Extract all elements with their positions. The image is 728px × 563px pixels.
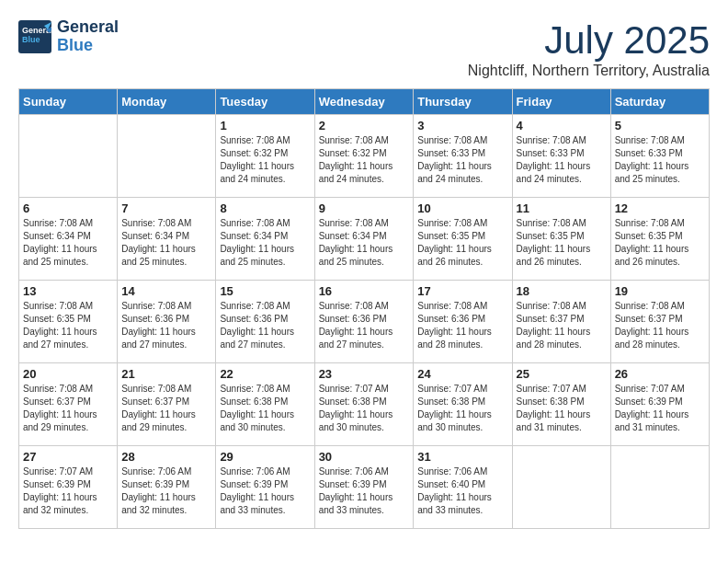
day-number: 17 bbox=[417, 284, 507, 298]
calendar-cell: 13Sunrise: 7:08 AM Sunset: 6:35 PM Dayli… bbox=[19, 281, 118, 363]
day-info: Sunrise: 7:08 AM Sunset: 6:33 PM Dayligh… bbox=[615, 134, 705, 186]
calendar-cell bbox=[512, 446, 610, 529]
day-info: Sunrise: 7:08 AM Sunset: 6:37 PM Dayligh… bbox=[615, 300, 705, 351]
weekday-header-thursday: Thursday bbox=[414, 89, 512, 115]
day-number: 18 bbox=[517, 284, 607, 298]
day-number: 16 bbox=[319, 284, 410, 298]
svg-text:Blue: Blue bbox=[22, 35, 40, 44]
day-info: Sunrise: 7:07 AM Sunset: 6:38 PM Dayligh… bbox=[417, 383, 507, 434]
calendar-cell: 4Sunrise: 7:08 AM Sunset: 6:33 PM Daylig… bbox=[512, 115, 610, 198]
calendar-cell: 31Sunrise: 7:06 AM Sunset: 6:40 PM Dayli… bbox=[414, 446, 512, 529]
day-info: Sunrise: 7:08 AM Sunset: 6:35 PM Dayligh… bbox=[615, 217, 705, 269]
calendar-cell: 30Sunrise: 7:06 AM Sunset: 6:39 PM Dayli… bbox=[314, 446, 414, 529]
day-number: 9 bbox=[319, 201, 410, 215]
weekday-header-friday: Friday bbox=[512, 89, 610, 115]
day-number: 19 bbox=[615, 284, 705, 298]
calendar-cell: 16Sunrise: 7:08 AM Sunset: 6:36 PM Dayli… bbox=[314, 281, 414, 363]
day-number: 28 bbox=[121, 450, 211, 464]
calendar-cell: 1Sunrise: 7:08 AM Sunset: 6:32 PM Daylig… bbox=[216, 115, 314, 198]
day-info: Sunrise: 7:08 AM Sunset: 6:37 PM Dayligh… bbox=[23, 383, 113, 434]
day-number: 29 bbox=[220, 450, 310, 464]
day-number: 15 bbox=[220, 284, 310, 298]
calendar-cell: 7Sunrise: 7:08 AM Sunset: 6:34 PM Daylig… bbox=[118, 198, 216, 281]
day-info: Sunrise: 7:08 AM Sunset: 6:36 PM Dayligh… bbox=[220, 300, 310, 351]
day-number: 5 bbox=[615, 119, 705, 132]
day-info: Sunrise: 7:08 AM Sunset: 6:32 PM Dayligh… bbox=[220, 134, 310, 186]
day-number: 20 bbox=[23, 367, 113, 381]
calendar-cell: 3Sunrise: 7:08 AM Sunset: 6:33 PM Daylig… bbox=[414, 115, 512, 198]
day-info: Sunrise: 7:08 AM Sunset: 6:38 PM Dayligh… bbox=[220, 383, 310, 434]
day-info: Sunrise: 7:08 AM Sunset: 6:34 PM Dayligh… bbox=[220, 217, 310, 269]
weekday-header-sunday: Sunday bbox=[19, 89, 118, 115]
page-header: General Blue General Blue July 2025 Nigh… bbox=[18, 18, 710, 79]
calendar-cell: 21Sunrise: 7:08 AM Sunset: 6:37 PM Dayli… bbox=[118, 363, 216, 446]
day-info: Sunrise: 7:08 AM Sunset: 6:36 PM Dayligh… bbox=[417, 300, 507, 351]
calendar-cell: 19Sunrise: 7:08 AM Sunset: 6:37 PM Dayli… bbox=[610, 281, 709, 363]
calendar-cell: 10Sunrise: 7:08 AM Sunset: 6:35 PM Dayli… bbox=[414, 198, 512, 281]
weekday-header-wednesday: Wednesday bbox=[314, 89, 414, 115]
day-number: 24 bbox=[417, 367, 507, 381]
day-number: 4 bbox=[517, 119, 607, 132]
calendar-week-4: 20Sunrise: 7:08 AM Sunset: 6:37 PM Dayli… bbox=[19, 363, 710, 446]
day-info: Sunrise: 7:06 AM Sunset: 6:40 PM Dayligh… bbox=[417, 465, 507, 517]
day-info: Sunrise: 7:06 AM Sunset: 6:39 PM Dayligh… bbox=[319, 465, 410, 517]
calendar-cell: 12Sunrise: 7:08 AM Sunset: 6:35 PM Dayli… bbox=[610, 198, 709, 281]
day-number: 1 bbox=[220, 119, 310, 132]
weekday-header-monday: Monday bbox=[118, 89, 216, 115]
logo-line2: Blue bbox=[57, 37, 119, 55]
day-number: 22 bbox=[220, 367, 310, 381]
day-number: 13 bbox=[23, 284, 113, 298]
day-info: Sunrise: 7:08 AM Sunset: 6:33 PM Dayligh… bbox=[417, 134, 507, 186]
calendar-cell: 5Sunrise: 7:08 AM Sunset: 6:33 PM Daylig… bbox=[610, 115, 709, 198]
day-number: 31 bbox=[417, 450, 507, 464]
weekday-header-saturday: Saturday bbox=[610, 89, 709, 115]
calendar-cell: 26Sunrise: 7:07 AM Sunset: 6:39 PM Dayli… bbox=[610, 363, 709, 446]
day-info: Sunrise: 7:06 AM Sunset: 6:39 PM Dayligh… bbox=[220, 465, 310, 517]
day-number: 23 bbox=[319, 367, 410, 381]
calendar-cell: 9Sunrise: 7:08 AM Sunset: 6:34 PM Daylig… bbox=[314, 198, 414, 281]
day-number: 26 bbox=[615, 367, 705, 381]
calendar-cell: 17Sunrise: 7:08 AM Sunset: 6:36 PM Dayli… bbox=[414, 281, 512, 363]
day-number: 21 bbox=[121, 367, 211, 381]
calendar-cell: 15Sunrise: 7:08 AM Sunset: 6:36 PM Dayli… bbox=[216, 281, 314, 363]
calendar-cell bbox=[118, 115, 216, 198]
day-info: Sunrise: 7:08 AM Sunset: 6:33 PM Dayligh… bbox=[517, 134, 607, 186]
calendar-cell: 24Sunrise: 7:07 AM Sunset: 6:38 PM Dayli… bbox=[414, 363, 512, 446]
calendar-header-row: SundayMondayTuesdayWednesdayThursdayFrid… bbox=[19, 89, 710, 115]
day-info: Sunrise: 7:08 AM Sunset: 6:35 PM Dayligh… bbox=[517, 217, 607, 269]
day-number: 8 bbox=[220, 201, 310, 215]
day-number: 27 bbox=[23, 450, 113, 464]
day-info: Sunrise: 7:06 AM Sunset: 6:39 PM Dayligh… bbox=[121, 465, 211, 517]
logo-line1: General bbox=[57, 18, 119, 37]
day-info: Sunrise: 7:07 AM Sunset: 6:39 PM Dayligh… bbox=[23, 465, 113, 517]
day-number: 2 bbox=[319, 119, 410, 132]
calendar-table: SundayMondayTuesdayWednesdayThursdayFrid… bbox=[18, 88, 710, 529]
day-number: 14 bbox=[121, 284, 211, 298]
logo: General Blue General Blue bbox=[18, 18, 119, 55]
calendar-week-3: 13Sunrise: 7:08 AM Sunset: 6:35 PM Dayli… bbox=[19, 281, 710, 363]
calendar-cell: 11Sunrise: 7:08 AM Sunset: 6:35 PM Dayli… bbox=[512, 198, 610, 281]
calendar-cell: 18Sunrise: 7:08 AM Sunset: 6:37 PM Dayli… bbox=[512, 281, 610, 363]
calendar-cell: 23Sunrise: 7:07 AM Sunset: 6:38 PM Dayli… bbox=[314, 363, 414, 446]
calendar-cell: 27Sunrise: 7:07 AM Sunset: 6:39 PM Dayli… bbox=[19, 446, 118, 529]
calendar-week-1: 1Sunrise: 7:08 AM Sunset: 6:32 PM Daylig… bbox=[19, 115, 710, 198]
day-info: Sunrise: 7:08 AM Sunset: 6:35 PM Dayligh… bbox=[417, 217, 507, 269]
day-number: 25 bbox=[517, 367, 607, 381]
day-info: Sunrise: 7:08 AM Sunset: 6:34 PM Dayligh… bbox=[23, 217, 113, 269]
logo-icon: General Blue bbox=[18, 20, 51, 53]
day-info: Sunrise: 7:08 AM Sunset: 6:34 PM Dayligh… bbox=[319, 217, 410, 269]
day-number: 11 bbox=[517, 201, 607, 215]
day-info: Sunrise: 7:08 AM Sunset: 6:36 PM Dayligh… bbox=[319, 300, 410, 351]
day-info: Sunrise: 7:08 AM Sunset: 6:37 PM Dayligh… bbox=[517, 300, 607, 351]
day-info: Sunrise: 7:08 AM Sunset: 6:35 PM Dayligh… bbox=[23, 300, 113, 351]
day-info: Sunrise: 7:08 AM Sunset: 6:34 PM Dayligh… bbox=[121, 217, 211, 269]
calendar-week-5: 27Sunrise: 7:07 AM Sunset: 6:39 PM Dayli… bbox=[19, 446, 710, 529]
calendar-cell: 22Sunrise: 7:08 AM Sunset: 6:38 PM Dayli… bbox=[216, 363, 314, 446]
day-info: Sunrise: 7:08 AM Sunset: 6:37 PM Dayligh… bbox=[121, 383, 211, 434]
day-info: Sunrise: 7:08 AM Sunset: 6:32 PM Dayligh… bbox=[319, 134, 410, 186]
calendar-cell: 2Sunrise: 7:08 AM Sunset: 6:32 PM Daylig… bbox=[314, 115, 414, 198]
weekday-header-tuesday: Tuesday bbox=[216, 89, 314, 115]
calendar-cell bbox=[19, 115, 118, 198]
day-info: Sunrise: 7:08 AM Sunset: 6:36 PM Dayligh… bbox=[121, 300, 211, 351]
day-number: 30 bbox=[319, 450, 410, 464]
